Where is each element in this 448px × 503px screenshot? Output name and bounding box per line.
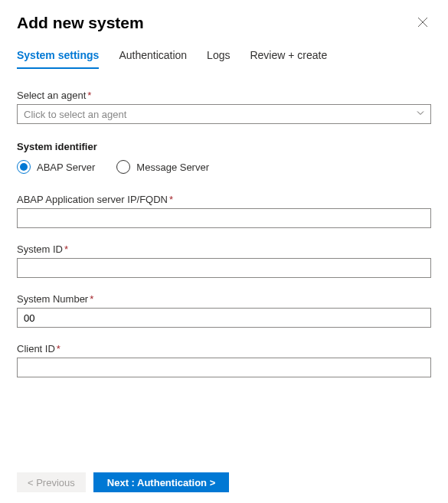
system-number-input[interactable] [17, 308, 431, 328]
radio-label: ABAP Server [37, 162, 95, 173]
radio-abap-server[interactable]: ABAP Server [17, 160, 95, 174]
footer: < Previous Next : Authentication > [0, 472, 448, 492]
client-id-input[interactable] [17, 358, 431, 377]
tab-system-settings[interactable]: System settings [17, 46, 99, 69]
radio-icon [116, 160, 130, 174]
radio-icon [17, 160, 31, 174]
tab-review-create[interactable]: Review + create [250, 46, 327, 69]
tab-bar: System settings Authentication Logs Revi… [17, 46, 431, 70]
system-identifier-radios: ABAP Server Message Server [17, 160, 431, 174]
abap-server-label: ABAP Application server IP/FQDN* [17, 194, 431, 205]
system-identifier-heading: System identifier [17, 141, 431, 152]
previous-button[interactable]: < Previous [17, 472, 86, 492]
page-title: Add new system [17, 14, 144, 32]
client-id-label: Client ID* [17, 343, 431, 354]
tab-logs[interactable]: Logs [207, 46, 230, 69]
close-icon[interactable] [414, 14, 431, 32]
tab-authentication[interactable]: Authentication [119, 46, 187, 69]
next-button[interactable]: Next : Authentication > [93, 472, 229, 492]
system-id-input[interactable] [17, 258, 431, 278]
radio-label: Message Server [136, 162, 209, 173]
agent-select[interactable]: Click to select an agent [17, 104, 431, 124]
abap-server-input[interactable] [17, 208, 431, 228]
agent-label: Select an agent* [17, 90, 431, 101]
system-number-label: System Number* [17, 293, 431, 305]
radio-message-server[interactable]: Message Server [116, 160, 209, 174]
system-id-label: System ID* [17, 243, 431, 255]
